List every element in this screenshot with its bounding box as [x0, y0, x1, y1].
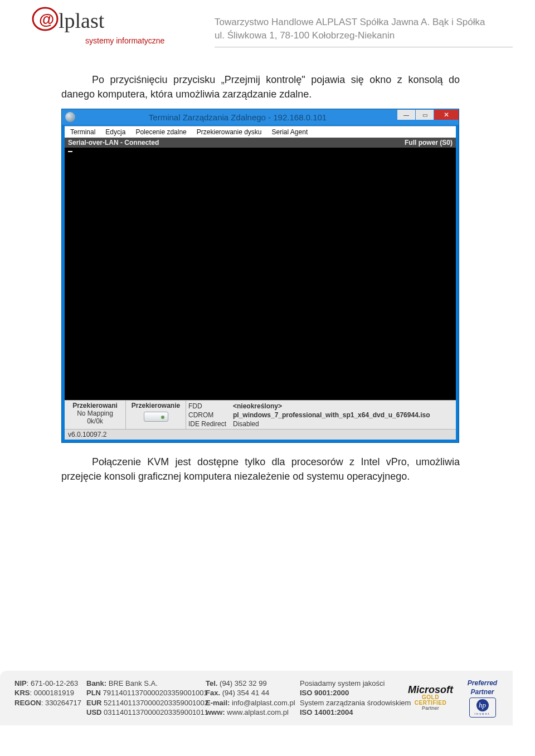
- status-left: Serial-over-LAN - Connected: [68, 139, 159, 147]
- terminal-output[interactable]: [65, 148, 456, 400]
- window-content: Terminal Edycja Polecenie zdalne Przekie…: [65, 126, 456, 440]
- footer-col-bank: Bank: BRE Bank S.A. PLN 7911401137000020…: [86, 679, 198, 718]
- page-footer: NIP: 671-00-12-263 KRS: 0000181919 REGON…: [0, 671, 513, 725]
- connection-status-bar: Serial-over-LAN - Connected Full power (…: [65, 138, 456, 148]
- redirection-panel: Przekierowani No Mapping 0k/0k Przekiero…: [65, 400, 456, 429]
- logo: @ lplast systemy informatyczne: [31, 6, 215, 52]
- menu-bar: Terminal Edycja Polecenie zdalne Przekie…: [65, 126, 456, 138]
- footer-logos: Microsoft GOLD CERTIFIED Partner Preferr…: [408, 679, 502, 718]
- device-fdd-label: FDD: [188, 402, 233, 411]
- paragraph-2-text: Połączenie KVM jest dostępne tylko dla p…: [61, 455, 460, 484]
- redirection-col-2: Przekierowanie: [126, 401, 186, 429]
- microsoft-gold-certified-logo: Microsoft GOLD CERTIFIED Partner: [408, 685, 453, 711]
- device-ide-value: Disabled: [233, 420, 453, 428]
- footer-col-ids: NIP: 671-00-12-263 KRS: 0000181919 REGON…: [14, 679, 79, 708]
- menu-item-terminal[interactable]: Terminal: [70, 128, 95, 136]
- letterhead: @ lplast systemy informatyczne Towarzyst…: [31, 6, 513, 52]
- device-cdrom-value: pl_windows_7_professional_with_sp1_x64_d…: [233, 411, 430, 419]
- redirection-col1-header: Przekierowani: [68, 402, 122, 409]
- redirection-mapping-status: No Mapping: [68, 409, 122, 417]
- version-strip: v6.0.10097.2: [65, 429, 456, 440]
- maximize-button[interactable]: ▭: [416, 110, 434, 120]
- company-info: Towarzystwo Handlowe ALPLAST Spółka Jawn…: [215, 6, 513, 47]
- menu-item-przekierowanie-dysku[interactable]: Przekierowanie dysku: [197, 128, 262, 136]
- menu-item-edycja[interactable]: Edycja: [105, 128, 125, 136]
- paragraph-2: Połączenie KVM jest dostępne tylko dla p…: [61, 455, 460, 484]
- device-row-cdrom: CDROM pl_windows_7_professional_with_sp1…: [188, 411, 453, 420]
- terminal-cursor: [68, 151, 72, 152]
- redirection-transfer-size: 0k/0k: [68, 417, 122, 425]
- footer-col-contact: Tel. (94) 352 32 99 Fax. (94) 354 41 44 …: [206, 679, 292, 718]
- svg-text:@: @: [39, 11, 54, 28]
- device-fdd-value: <nieokreślony>: [233, 402, 282, 410]
- window-title: Terminal Zarządzania Zdalnego - 192.168.…: [79, 113, 397, 122]
- status-right: Full power (S0): [405, 139, 453, 147]
- logo-sub-text: systemy informatyczne: [85, 36, 165, 45]
- device-row-fdd: FDD <nieokreślony>: [188, 402, 453, 411]
- menu-item-polecenie-zdalne[interactable]: Polecenie zdalne: [135, 128, 186, 136]
- drive-icon: [144, 412, 168, 422]
- minimize-button[interactable]: —: [397, 110, 415, 120]
- device-ide-label: IDE Redirect: [188, 420, 233, 428]
- redirection-devices: FDD <nieokreślony> CDROM pl_windows_7_pr…: [186, 401, 456, 429]
- company-line-2: ul. Śliwkowa 1, 78-100 Kołobrzeg-Niekani…: [215, 29, 513, 42]
- window-titlebar: Terminal Zarządzania Zdalnego - 192.168.…: [62, 109, 459, 125]
- redirection-col2-header: Przekierowanie: [132, 402, 180, 409]
- close-button[interactable]: ✕: [434, 110, 459, 120]
- header-divider: [215, 47, 513, 47]
- menu-item-serial-agent[interactable]: Serial Agent: [272, 128, 308, 136]
- device-cdrom-label: CDROM: [188, 411, 233, 420]
- paragraph-1: Po przyciśnięciu przycisku „Przejmij kon…: [61, 72, 460, 101]
- remote-terminal-screenshot: Terminal Zarządzania Zdalnego - 192.168.…: [61, 109, 459, 443]
- device-row-ide: IDE Redirect Disabled: [188, 420, 453, 428]
- company-line-1: Towarzystwo Handlowe ALPLAST Spółka Jawn…: [215, 16, 513, 29]
- redirection-col-1: Przekierowani No Mapping 0k/0k: [65, 401, 126, 429]
- footer-col-iso: Posiadamy system jakości ISO 9001:2000 S…: [300, 679, 400, 718]
- hp-preferred-partner-logo: Preferred Partner hp invent: [463, 679, 502, 718]
- window-buttons: — ▭ ✕: [397, 110, 459, 122]
- logo-main-text: lplast: [59, 9, 105, 32]
- paragraph-1-text: Po przyciśnięciu przycisku „Przejmij kon…: [61, 72, 460, 101]
- window-system-icon: [65, 112, 75, 122]
- hp-badge-icon: hp invent: [469, 698, 496, 718]
